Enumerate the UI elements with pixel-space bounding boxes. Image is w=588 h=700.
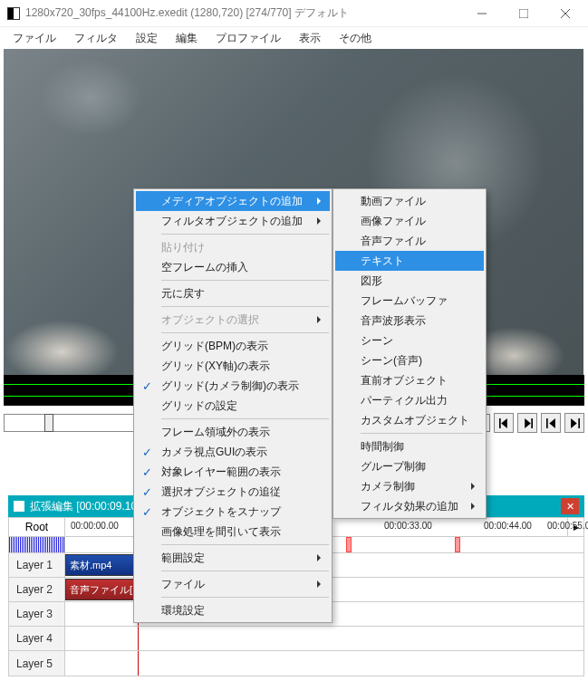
seek-knob[interactable] bbox=[44, 414, 53, 432]
menu-item[interactable]: 直前オブジェクト bbox=[335, 370, 484, 390]
layer-label[interactable]: Layer 5 bbox=[9, 651, 65, 676]
menu-separator bbox=[161, 280, 329, 281]
menu-file[interactable]: ファイル bbox=[4, 28, 65, 49]
menu-item[interactable]: 対象レイヤー範囲の表示✓ bbox=[136, 462, 330, 482]
menu-item[interactable]: 選択オブジェクトの追従✓ bbox=[136, 482, 330, 502]
menu-separator bbox=[161, 418, 329, 419]
menu-filter[interactable]: フィルタ bbox=[65, 28, 127, 49]
submenu-arrow-icon bbox=[317, 217, 324, 225]
menu-item[interactable]: グリッド(BPM)の表示 bbox=[136, 336, 330, 356]
menu-separator bbox=[361, 433, 483, 434]
timeline-close-button[interactable]: ✕ bbox=[561, 498, 579, 514]
menu-edit[interactable]: 編集 bbox=[167, 28, 207, 49]
app-icon bbox=[7, 7, 20, 20]
menu-item[interactable]: グリッド(XY軸)の表示 bbox=[136, 356, 330, 376]
menu-item[interactable]: グループ制御 bbox=[335, 456, 484, 476]
titlebar: 1280x720_30fps_44100Hz.exedit (1280,720)… bbox=[0, 0, 588, 27]
layer-row: Layer 4 bbox=[9, 627, 583, 651]
layer-label[interactable]: Layer 1 bbox=[9, 553, 65, 577]
submenu-arrow-icon bbox=[317, 554, 324, 561]
check-icon: ✓ bbox=[142, 465, 152, 479]
menu-item[interactable]: 画像ファイル bbox=[335, 211, 484, 231]
menu-separator bbox=[161, 544, 329, 545]
context-menu: メディアオブジェクトの追加フィルタオブジェクトの追加貼り付け空フレームの挿入元に… bbox=[133, 188, 333, 623]
time-label: 00:00:44.00 bbox=[484, 521, 532, 531]
close-button[interactable] bbox=[545, 0, 586, 26]
menu-item[interactable]: 範囲設定 bbox=[136, 548, 330, 568]
check-icon: ✓ bbox=[142, 446, 152, 459]
menu-item[interactable]: グリッド(カメラ制御)の表示✓ bbox=[136, 376, 330, 396]
video-clip[interactable]: 素材.mp4 bbox=[65, 554, 138, 576]
svg-rect-2 bbox=[531, 418, 533, 428]
menu-item[interactable]: シーン bbox=[335, 331, 484, 350]
layer-track[interactable] bbox=[65, 651, 583, 676]
submenu-arrow-icon bbox=[471, 483, 478, 490]
menu-separator bbox=[161, 332, 329, 333]
menu-profile[interactable]: プロファイル bbox=[207, 28, 290, 49]
menu-item[interactable]: 音声ファイル bbox=[335, 231, 484, 251]
svg-rect-0 bbox=[519, 9, 528, 18]
menu-item[interactable]: 時間制御 bbox=[335, 436, 484, 456]
layer-label[interactable]: Layer 4 bbox=[9, 627, 65, 650]
menu-item[interactable]: 空フレームの挿入 bbox=[136, 257, 330, 277]
menu-item[interactable]: フィルタオブジェクトの追加 bbox=[136, 211, 330, 231]
menu-separator bbox=[161, 306, 329, 307]
root-button[interactable]: Root bbox=[9, 518, 65, 536]
menu-item[interactable]: ファイル bbox=[136, 574, 330, 594]
layer-label[interactable]: Layer 2 bbox=[9, 578, 65, 601]
menu-item[interactable]: 元に戻す bbox=[136, 283, 330, 303]
menu-item[interactable]: カメラ視点GUIの表示✓ bbox=[136, 442, 330, 462]
menubar: ファイル フィルタ 設定 編集 プロファイル 表示 その他 bbox=[0, 27, 588, 49]
menu-item[interactable]: フィルタ効果の追加 bbox=[335, 496, 484, 516]
menu-item[interactable]: カメラ制御 bbox=[335, 476, 484, 496]
menu-item[interactable]: フレームバッファ bbox=[335, 291, 484, 311]
menu-item[interactable]: メディアオブジェクトの追加 bbox=[136, 191, 330, 211]
layer-track[interactable] bbox=[65, 627, 583, 650]
menu-settings[interactable]: 設定 bbox=[127, 28, 167, 49]
menu-item[interactable]: シーン(音声) bbox=[335, 350, 484, 370]
menu-item[interactable]: オブジェクトをスナップ✓ bbox=[136, 502, 330, 522]
context-submenu: 動画ファイル画像ファイル音声ファイルテキスト図形フレームバッファ音声波形表示シー… bbox=[333, 188, 487, 519]
play-button[interactable] bbox=[517, 413, 537, 433]
time-label: 00:00:00.00 bbox=[71, 521, 119, 531]
window-title: 1280x720_30fps_44100Hz.exedit (1280,720)… bbox=[25, 5, 461, 21]
timeline-icon bbox=[14, 501, 24, 512]
menu-separator bbox=[161, 571, 329, 571]
menu-item[interactable]: 動画ファイル bbox=[335, 191, 484, 211]
menu-item[interactable]: 図形 bbox=[335, 271, 484, 291]
menu-item[interactable]: グリッドの設定 bbox=[136, 396, 330, 416]
check-icon: ✓ bbox=[142, 379, 152, 393]
menu-item: オブジェクトの選択 bbox=[136, 310, 330, 330]
time-label: 00:00:55.0 bbox=[547, 521, 588, 531]
submenu-arrow-icon bbox=[317, 580, 324, 588]
range-marker[interactable] bbox=[346, 537, 352, 552]
submenu-arrow-icon bbox=[471, 503, 478, 510]
menu-item[interactable]: 環境設定 bbox=[136, 600, 330, 620]
layer-label[interactable]: Layer 3 bbox=[9, 602, 65, 626]
svg-rect-1 bbox=[499, 418, 501, 428]
time-label: 00:00:33.00 bbox=[384, 521, 432, 531]
range-marker[interactable] bbox=[455, 537, 460, 552]
svg-rect-3 bbox=[546, 418, 548, 428]
maximize-button[interactable] bbox=[503, 0, 545, 26]
menu-item[interactable]: パーティクル出力 bbox=[335, 390, 484, 410]
menu-view[interactable]: 表示 bbox=[290, 28, 330, 49]
menu-other[interactable]: その他 bbox=[330, 28, 381, 49]
menu-item[interactable]: テキスト bbox=[335, 251, 484, 271]
menu-item[interactable]: 音声波形表示 bbox=[335, 311, 484, 331]
first-frame-button[interactable] bbox=[541, 413, 561, 433]
audio-clip[interactable]: 音声ファイル[ bbox=[65, 579, 138, 600]
prev-frame-button[interactable] bbox=[494, 413, 514, 433]
last-frame-button[interactable] bbox=[564, 413, 584, 433]
wave-label bbox=[9, 537, 65, 552]
playhead[interactable] bbox=[138, 651, 139, 676]
menu-item[interactable]: フレーム領域外の表示 bbox=[136, 422, 330, 442]
menu-item[interactable]: 画像処理を間引いて表示 bbox=[136, 522, 330, 542]
menu-item[interactable]: カスタムオブジェクト bbox=[335, 410, 484, 430]
minimize-button[interactable] bbox=[461, 0, 503, 26]
playhead[interactable] bbox=[138, 627, 139, 650]
layer-row: Layer 5 bbox=[9, 651, 583, 676]
check-icon: ✓ bbox=[142, 485, 152, 499]
check-icon: ✓ bbox=[142, 505, 152, 519]
menu-separator bbox=[161, 597, 329, 598]
